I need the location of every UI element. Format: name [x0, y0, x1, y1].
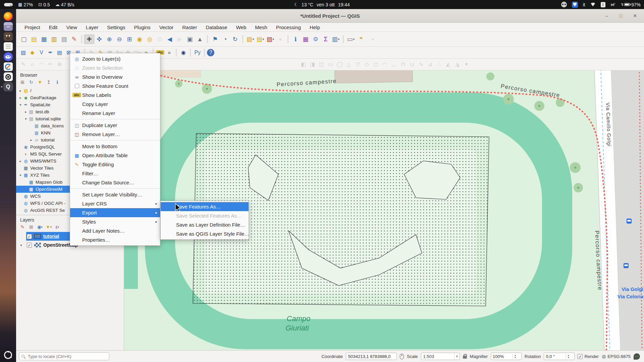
save-project-button[interactable]: ▦: [39, 35, 49, 44]
menu-item-properties[interactable]: Properties…: [70, 235, 160, 244]
battery-indicator[interactable]: ↯97%: [621, 2, 641, 7]
layer-visibility-checkbox[interactable]: ✓: [27, 243, 32, 248]
menu-web[interactable]: Web: [232, 24, 251, 30]
attribute-table-views-button[interactable]: ▥▾: [331, 35, 341, 44]
zoom-to-selection-button[interactable]: ◉: [135, 35, 145, 44]
refresh-map-button[interactable]: ↻: [230, 35, 240, 44]
rotation-spinbox[interactable]: ▲▼: [544, 353, 575, 360]
keyboard-layout[interactable]: it: [583, 2, 585, 7]
menu-item-export[interactable]: Export▸: [70, 208, 160, 217]
help-contents-button[interactable]: ?: [207, 49, 214, 56]
ubuntu-launcher-icon[interactable]: [4, 351, 13, 359]
expander-icon[interactable]: ▸: [18, 89, 23, 93]
discord-tray-icon[interactable]: [561, 2, 567, 7]
expander-icon[interactable]: ▸: [29, 138, 34, 142]
coordinate-input[interactable]: [346, 353, 397, 360]
network-indicator[interactable]: ☁47 B/s: [55, 2, 74, 7]
messages-icon[interactable]: ···: [634, 353, 640, 360]
render-checkbox[interactable]: ✓: [578, 354, 583, 359]
firefox-icon[interactable]: [4, 12, 13, 21]
extents-toggle-icon[interactable]: [400, 354, 404, 359]
rotation-value[interactable]: [544, 354, 566, 359]
chevron-down-icon[interactable]: ▾: [41, 226, 43, 229]
expander-icon[interactable]: ▾: [23, 117, 28, 121]
files-icon[interactable]: [4, 22, 13, 31]
chevron-down-icon[interactable]: ▾: [454, 353, 460, 360]
new-shapefile-layer-button[interactable]: V: [37, 48, 46, 57]
text-editor-icon[interactable]: [4, 42, 13, 51]
spinner-arrows[interactable]: ▲▼: [513, 354, 518, 359]
refresh-browser-button[interactable]: ↻: [28, 79, 35, 85]
chevron-down-icon[interactable]: ▾: [372, 38, 374, 41]
menu-item-open-attribute-table[interactable]: ▦Open Attribute Table: [70, 151, 160, 160]
select-by-location-button[interactable]: ▫: [275, 35, 285, 44]
menu-item-save-as-layer-definition-file[interactable]: Save as Layer Definition File…: [161, 220, 249, 229]
menu-settings[interactable]: Settings: [103, 24, 129, 30]
spin-up-icon[interactable]: ▲: [514, 354, 516, 356]
bluetooth-icon[interactable]: ᛒ: [601, 2, 605, 7]
menu-item-filter[interactable]: Filter…: [70, 169, 160, 178]
show-bookmarks-button[interactable]: ⚑: [210, 35, 220, 44]
minimize-button[interactable]: –: [604, 13, 610, 18]
expander-icon[interactable]: ▸: [23, 110, 28, 114]
menu-vector[interactable]: Vector: [155, 24, 178, 30]
photo-app-icon[interactable]: [4, 72, 13, 81]
checkbox-icon[interactable]: [75, 84, 79, 88]
zoom-to-layer-button[interactable]: ◎: [145, 35, 155, 44]
new-map-view-button[interactable]: ▣: [185, 35, 195, 44]
temporal-controller-button[interactable]: ◔: [220, 35, 230, 44]
expander-icon[interactable]: ▾: [16, 243, 26, 247]
krita-icon[interactable]: [4, 62, 13, 71]
load-indicator[interactable]: ⊡0.5: [38, 2, 50, 7]
menu-item-toggle-editing[interactable]: ✎Toggle Editing: [70, 160, 160, 169]
open-layer-styling-button[interactable]: ✎: [19, 224, 26, 230]
browser-properties-button[interactable]: ℹ: [54, 79, 61, 85]
processing-toolbox-button[interactable]: ⚙: [311, 35, 321, 44]
nominatim-locator-button[interactable]: ◉: [179, 48, 188, 57]
spin-down-icon[interactable]: ▼: [514, 356, 516, 359]
activities-pill[interactable]: [4, 2, 13, 7]
menu-help[interactable]: Help: [305, 24, 324, 30]
menu-raster[interactable]: Raster: [178, 24, 201, 30]
scale-combo[interactable]: 1:503 ▾: [421, 353, 460, 360]
menu-edit[interactable]: Edit: [45, 24, 62, 30]
menu-mesh[interactable]: Mesh: [251, 24, 272, 30]
menu-item-show-in-overview[interactable]: ∞Show in Overview: [70, 72, 160, 81]
close-button[interactable]: ✕: [632, 13, 638, 18]
menu-processing[interactable]: Processing: [272, 24, 305, 30]
chevron-down-icon[interactable]: ▾: [353, 38, 355, 41]
new-3d-map-view-button[interactable]: ▲: [195, 35, 205, 44]
chevron-down-icon[interactable]: ▾: [253, 38, 254, 41]
discord-icon[interactable]: [4, 52, 13, 61]
maximize-button[interactable]: □: [618, 13, 624, 18]
filter-browser-button[interactable]: ▼: [36, 79, 44, 85]
zoom-in-button[interactable]: ⊕: [104, 35, 114, 44]
magnifier-spinbox[interactable]: ▲▼: [491, 353, 522, 360]
zoom-out-button[interactable]: ⊖: [114, 35, 124, 44]
data-source-manager-button[interactable]: ▧: [19, 48, 28, 57]
expander-icon[interactable]: ▸: [18, 96, 23, 100]
expander-icon[interactable]: ▾: [18, 103, 23, 107]
add-group-button[interactable]: ⊞: [28, 224, 35, 230]
menu-item-copy-layer[interactable]: Copy Layer: [70, 100, 160, 109]
spin-down-icon[interactable]: ▼: [567, 356, 569, 359]
spinner-arrows[interactable]: ▲▼: [566, 354, 571, 359]
title-bar[interactable]: *Untitled Project — QGIS – □ ✕: [16, 9, 644, 23]
manage-map-themes-button[interactable]: ◉▾: [36, 224, 44, 230]
collapse-all-button[interactable]: ↥: [45, 79, 52, 85]
open-attribute-table-button[interactable]: ▦: [301, 35, 311, 44]
menu-item-save-as-qgis-layer-style-file[interactable]: Save as QGIS Layer Style File…: [161, 229, 249, 238]
deselect-features-button[interactable]: ▧▾: [265, 35, 275, 44]
new-geopackage-layer-button[interactable]: ◆: [28, 48, 37, 57]
crs-button[interactable]: ◍ EPSG:6875: [602, 354, 631, 359]
new-print-layout-button[interactable]: ▥: [49, 35, 59, 44]
menu-view[interactable]: View: [62, 24, 82, 30]
volume-muted-icon[interactable]: [610, 2, 616, 7]
select-features-button[interactable]: ▨▾: [245, 35, 255, 44]
chevron-down-icon[interactable]: ▾: [273, 38, 274, 41]
qgis-icon[interactable]: [4, 82, 13, 91]
statistical-summary-button[interactable]: Σ: [321, 35, 331, 44]
zoom-full-button[interactable]: ⊞: [124, 35, 135, 44]
measure-line-button[interactable]: ▭▾: [346, 35, 356, 44]
layer-visibility-checkbox[interactable]: ✓: [27, 234, 32, 239]
